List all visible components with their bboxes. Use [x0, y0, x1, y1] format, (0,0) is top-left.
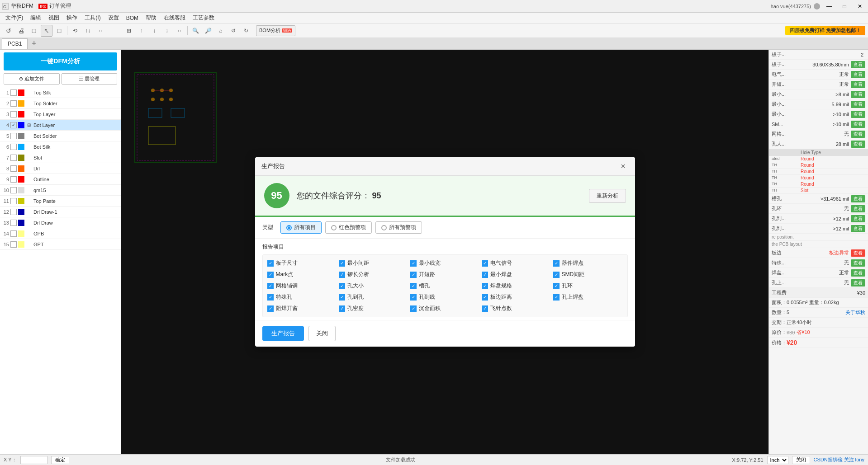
- view-grid-button[interactable]: 查看: [851, 131, 865, 138]
- list-item[interactable]: 9 Outline: [0, 174, 121, 185]
- list-item[interactable]: 2 Top Solder: [0, 98, 121, 109]
- toolbar-rotate-btn[interactable]: ⟲: [69, 25, 81, 37]
- cb-electrical-signal[interactable]: ✓ 电气信号: [482, 259, 551, 267]
- view-sm-button[interactable]: 查看: [851, 121, 865, 128]
- cb-solder-mask[interactable]: ✓ 阻焊开窗: [267, 305, 337, 312]
- toolbar-move-v-btn[interactable]: ↑↓: [82, 25, 94, 37]
- dfm-analysis-button[interactable]: 一键DFM分析: [4, 52, 117, 70]
- cb-hole-size[interactable]: ✓ 孔大小: [339, 282, 408, 290]
- menu-process[interactable]: 工艺参数: [189, 13, 218, 23]
- view-slot-button[interactable]: 查看: [851, 195, 865, 202]
- view-hole-size-button[interactable]: 查看: [851, 141, 865, 148]
- cb-board-edge[interactable]: ✓ 板边距离: [482, 293, 551, 301]
- view-annular-button[interactable]: 查看: [851, 205, 865, 212]
- maximize-button[interactable]: □: [838, 0, 851, 13]
- list-item[interactable]: 14 GPB: [0, 228, 121, 239]
- view-hole-trace-button[interactable]: 查看: [851, 215, 865, 222]
- about-link[interactable]: 关于华秋: [845, 309, 865, 316]
- cb-hole-to-trace[interactable]: ✓ 孔到线: [410, 293, 480, 301]
- reanalyze-button[interactable]: 重新分析: [589, 189, 626, 203]
- toolbar-box-btn[interactable]: □: [53, 25, 65, 37]
- list-item[interactable]: 8 Drl: [0, 163, 121, 174]
- toolbar-vert-btn[interactable]: ↕: [161, 25, 173, 37]
- cb-min-pad[interactable]: ✓ 最小焊盘: [482, 271, 551, 278]
- cb-component-pad[interactable]: ✓ 器件焊点: [553, 259, 623, 267]
- toolbar-refresh-btn[interactable]: ↺: [3, 25, 14, 37]
- list-item[interactable]: 4 ✓ ⊞ Bot Layer: [0, 120, 121, 131]
- cb-pad-spec[interactable]: ✓ 焊盘规格: [482, 282, 551, 290]
- cb-board-size[interactable]: ✓ 板子尺寸: [267, 259, 337, 267]
- radio-red-warning[interactable]: 红色预警项: [325, 221, 372, 234]
- modal-cancel-button[interactable]: 关闭: [308, 326, 336, 341]
- cb-groove-length[interactable]: ✓ 锣长分析: [339, 271, 408, 278]
- close-window-button[interactable]: ✕: [854, 0, 866, 13]
- cb-copper-fill[interactable]: ✓ 网格铺铜: [267, 282, 337, 290]
- view-special-button[interactable]: 查看: [851, 259, 865, 267]
- view-min-clearance-button[interactable]: 查看: [851, 91, 865, 98]
- add-file-button[interactable]: ⊕ 追加文件: [4, 73, 60, 85]
- toolbar-undo-btn[interactable]: ↺: [228, 25, 239, 37]
- view-solderpad-button[interactable]: 查看: [851, 269, 865, 277]
- toolbar-zoom-out-btn[interactable]: 🔎: [202, 25, 214, 37]
- unit-selector[interactable]: Inch mm: [767, 456, 788, 464]
- toolbar-window-btn[interactable]: □: [28, 25, 40, 37]
- menu-service[interactable]: 在线客服: [160, 13, 189, 23]
- close-status-button[interactable]: 关闭: [792, 456, 810, 464]
- modal-close-button[interactable]: ×: [618, 161, 629, 172]
- toolbar-horiz-btn[interactable]: ↔: [174, 25, 185, 37]
- bom-analysis-button[interactable]: BOM分析 NEW: [256, 25, 295, 36]
- list-item[interactable]: 10 qm15: [0, 185, 121, 196]
- menu-edit[interactable]: 编辑: [27, 13, 45, 23]
- cb-short-open[interactable]: ✓ 开短路: [410, 271, 480, 278]
- toolbar-redo-btn[interactable]: ↻: [240, 25, 252, 37]
- list-item[interactable]: 6 Bot Silk: [0, 141, 121, 152]
- cb-annular-ring[interactable]: ✓ 孔环: [553, 282, 623, 290]
- menu-bom[interactable]: BOM: [123, 14, 142, 22]
- list-item[interactable]: 7 Slot: [0, 152, 121, 163]
- toolbar-zoom-in-btn[interactable]: 🔍: [190, 25, 201, 37]
- menu-view[interactable]: 视图: [45, 13, 63, 23]
- list-item[interactable]: 5 Bot Solder: [0, 131, 121, 141]
- menu-tools[interactable]: 工具(I): [81, 13, 104, 23]
- list-item[interactable]: 11 Top Paste: [0, 196, 121, 207]
- cb-mark[interactable]: ✓ Mark点: [267, 271, 337, 278]
- toolbar-grid-btn[interactable]: ⊞: [123, 25, 135, 37]
- menu-file[interactable]: 文件(F): [2, 13, 27, 23]
- csd-link[interactable]: CSDN捆绑俭 关注Tony: [814, 456, 864, 463]
- cb-hole-density[interactable]: ✓ 孔密度: [339, 305, 408, 312]
- layer-manage-button[interactable]: ☰ 层管理: [62, 73, 118, 85]
- tab-pcb1[interactable]: PCB1: [2, 38, 28, 49]
- cb-min-trace[interactable]: ✓ 最小线宽: [410, 259, 480, 267]
- toolbar-minus-btn[interactable]: —: [107, 25, 119, 37]
- view-board-size-button[interactable]: 查看: [851, 61, 865, 68]
- list-item[interactable]: 3 Top Layer: [0, 109, 121, 120]
- menu-help[interactable]: 帮助: [142, 13, 160, 23]
- canvas-area[interactable]: 生产报告 × 95 您的文件综合评分： 95 重新分析 类型: [121, 50, 768, 454]
- view-short-button[interactable]: 查看: [851, 81, 865, 88]
- toolbar-home-btn[interactable]: ⌂: [215, 25, 227, 37]
- cb-hole-on-pad[interactable]: ✓ 孔上焊盘: [553, 293, 623, 301]
- cb-immersion-area[interactable]: ✓ 沉金面积: [410, 305, 480, 312]
- confirm-button[interactable]: 确定: [51, 456, 69, 464]
- cb-min-clearance[interactable]: ✓ 最小间距: [339, 259, 408, 267]
- list-item[interactable]: 12 Drl Draw-1: [0, 207, 121, 217]
- view-min-trace-button[interactable]: 查看: [851, 101, 865, 108]
- tab-add-button[interactable]: +: [29, 39, 38, 48]
- toolbar-print-btn[interactable]: 🖨: [15, 25, 27, 37]
- view-board-edge-button[interactable]: 查看: [851, 249, 865, 257]
- toolbar-move-h-btn[interactable]: ↔: [95, 25, 106, 37]
- xy-input[interactable]: [20, 456, 47, 464]
- list-item[interactable]: 15 GPT: [0, 239, 121, 250]
- toolbar-down-btn[interactable]: ↓: [148, 25, 160, 37]
- menu-operate[interactable]: 操作: [63, 13, 81, 23]
- toolbar-select-btn[interactable]: ↖: [41, 25, 52, 37]
- view-electrical-button[interactable]: 查看: [851, 71, 865, 78]
- list-item[interactable]: 13 Drl Draw: [0, 217, 121, 228]
- view-min-pad-button[interactable]: 查看: [851, 111, 865, 118]
- production-report-button[interactable]: 生产报告: [262, 326, 304, 341]
- minimize-button[interactable]: —: [823, 0, 835, 13]
- cb-smd-clearance[interactable]: ✓ SMD间距: [553, 271, 623, 278]
- view-hole-pad-button[interactable]: 查看: [851, 225, 865, 232]
- radio-all-warnings[interactable]: 所有预警项: [375, 221, 422, 234]
- view-hole-on-pad-button[interactable]: 查看: [851, 279, 865, 287]
